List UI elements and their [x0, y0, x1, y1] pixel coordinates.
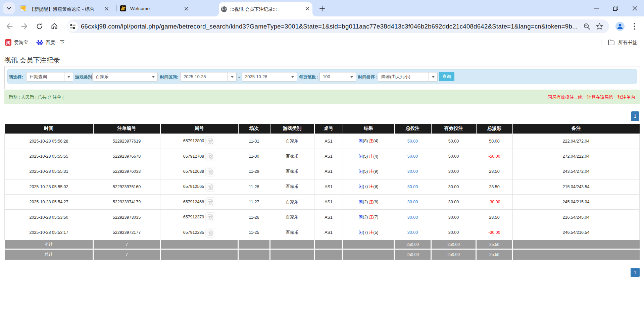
svg-text:淘: 淘: [6, 40, 10, 45]
svg-text:du: du: [39, 43, 41, 45]
